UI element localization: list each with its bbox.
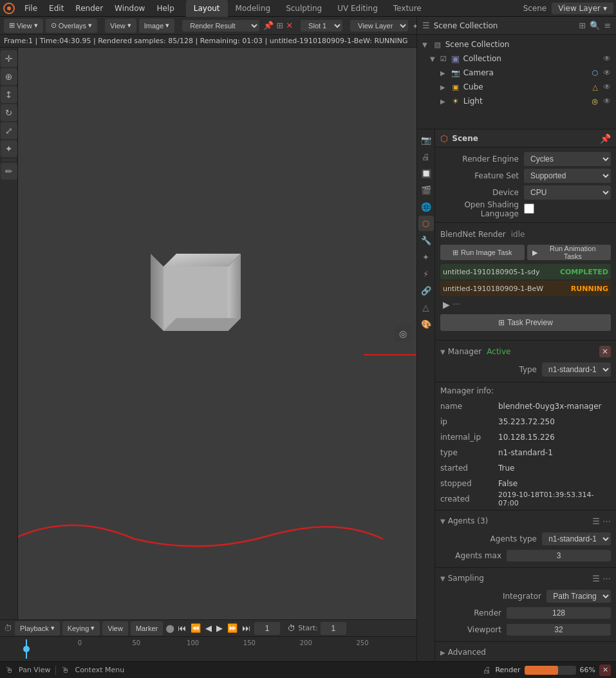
viewport-image-btn[interactable]: Image ▾ — [139, 19, 175, 33]
play-forward-btn[interactable]: ▶ — [215, 622, 224, 634]
menu-file[interactable]: File — [19, 3, 42, 14]
render-samples-label: Render — [440, 608, 507, 617]
viewport-view2-btn[interactable]: View ▾ — [105, 19, 136, 33]
light-eye-icon[interactable]: 👁 — [603, 97, 611, 106]
pin-icon[interactable]: 📌 — [600, 133, 611, 144]
render-engine-select[interactable]: Cycles — [524, 152, 611, 166]
prop-icon-scene[interactable]: 🎬 — [418, 182, 434, 198]
prop-icon-output[interactable]: 🖨 — [418, 149, 434, 164]
outliner-scene-collection[interactable]: ▧ Scene Collection — [417, 37, 616, 52]
step-back-btn[interactable]: ⏪ — [189, 622, 202, 634]
left-tool-annotate[interactable]: ✏ — [1, 163, 17, 180]
outliner-search-icon[interactable]: 🔍 — [590, 21, 600, 30]
advanced-header[interactable]: Advanced — [440, 645, 611, 660]
render-samples-input[interactable]: 128 — [507, 607, 611, 619]
view-layer-dropdown[interactable]: View Layer ▾ — [552, 3, 613, 14]
keying-dropdown-btn[interactable]: Keying ▾ — [62, 621, 100, 636]
render-result-select[interactable]: Render Result — [182, 20, 259, 32]
slot-select[interactable]: Slot 1 — [301, 20, 342, 32]
viewport-canvas[interactable]: ✛ ⊕ ↕ ↻ ⤢ ✦ ✏ ◎ — [0, 48, 416, 619]
workspace-tab-modeling[interactable]: Modeling — [228, 0, 279, 17]
manager-type-select[interactable]: n1-standard-1 — [542, 363, 611, 377]
prop-icon-object[interactable]: ⬡ — [418, 216, 434, 231]
timeline-view-label: View — [107, 625, 123, 632]
left-tool-transform[interactable]: ✦ — [1, 140, 17, 157]
step-forward-btn[interactable]: ⏩ — [226, 622, 239, 634]
prop-icon-view-layer[interactable]: 🔲 — [418, 165, 434, 181]
outliner-camera[interactable]: 📷 Camera ⬡ 👁 — [417, 66, 616, 80]
playback-dropdown-btn[interactable]: Playback ▾ — [15, 621, 60, 636]
outliner-header: ☰ Scene Collection ⊞ 🔍 ≡ — [417, 17, 616, 35]
manager-close-btn[interactable]: ✕ — [599, 346, 611, 357]
mgr-ip-val: 35.223.72.250 — [498, 417, 555, 426]
task-item-running[interactable]: untitled-1910180909-1-BeW RUNNING — [440, 281, 611, 296]
nav-prev-icon[interactable]: ⬅ — [413, 21, 416, 31]
skip-end-btn[interactable]: ⏭ — [241, 622, 252, 634]
viewport-side-icons: ◎ — [395, 325, 411, 342]
camera-eye-icon[interactable]: 👁 — [603, 68, 611, 77]
prop-icon-particles[interactable]: ✦ — [418, 249, 434, 265]
skip-start-btn[interactable]: ⏮ — [176, 622, 187, 634]
prop-icon-physics[interactable]: ⚡ — [418, 266, 434, 281]
viewport-samples-input[interactable]: 32 — [507, 624, 611, 636]
workspace-tab-sculpting[interactable]: Sculpting — [278, 0, 330, 17]
task-item-completed[interactable]: untitled-1910180905-1-sdy COMPLETED — [440, 264, 611, 279]
integrator-select[interactable]: Path Tracing — [546, 590, 611, 603]
device-value[interactable]: CPU — [524, 185, 611, 200]
outliner-options-icon[interactable]: ≡ — [604, 21, 611, 30]
view-layer-select[interactable]: View Layer — [350, 20, 408, 32]
left-tool-select[interactable]: ✛ — [1, 50, 17, 67]
workspace-tab-uv-editing[interactable]: UV Editing — [330, 0, 386, 17]
menu-help[interactable]: Help — [151, 3, 179, 14]
left-tool-move[interactable]: ↕ — [1, 86, 17, 103]
prop-icon-modifier[interactable]: 🔧 — [418, 232, 434, 248]
osl-checkbox[interactable] — [524, 203, 534, 214]
play-back-btn[interactable]: ◀ — [204, 622, 213, 634]
viewport-overlays-btn[interactable]: ⊙ Overlays ▾ — [46, 19, 97, 33]
mgr-type-key: type — [440, 448, 498, 457]
agents-type-select[interactable]: n1-standard-1 — [542, 532, 611, 545]
outliner-light[interactable]: ☀ Light ◎ 👁 — [417, 94, 616, 108]
collection-eye-icon[interactable]: 👁 — [603, 54, 611, 63]
camera-obj-icon: 📷 — [451, 68, 461, 78]
collection-checkbox[interactable]: ☑ — [440, 55, 447, 63]
feature-set-value[interactable]: Supported — [524, 169, 611, 183]
menu-edit[interactable]: Edit — [44, 3, 69, 14]
task-progress-dots: ··· — [453, 300, 460, 309]
viewport-view-btn[interactable]: ⊞ View ▾ — [4, 19, 43, 33]
render-close-icon[interactable]: ✕ — [286, 21, 293, 30]
left-tool-cursor[interactable]: ⊕ — [1, 68, 17, 85]
marker-btn[interactable]: Marker — [131, 621, 163, 636]
workspace-tab-layout[interactable]: Layout — [186, 0, 228, 17]
cancel-render-btn[interactable]: ✕ — [599, 664, 611, 676]
current-frame-input[interactable] — [254, 622, 280, 635]
task-play-btn[interactable]: ▶ — [443, 299, 450, 310]
prop-icon-constraints[interactable]: 🔗 — [418, 283, 434, 298]
prop-icon-object-data[interactable]: △ — [418, 299, 434, 315]
keying-label: Keying — [68, 625, 89, 632]
start-frame-input[interactable] — [321, 622, 346, 635]
viewport-axis-widget[interactable]: ◎ — [395, 325, 411, 342]
outliner-collection[interactable]: ☑ ▣ Collection 👁 — [417, 52, 616, 66]
run-animation-tasks-btn[interactable]: ▶ Run Animation Tasks — [527, 245, 611, 260]
outliner-filter-icon[interactable]: ⊞ — [579, 21, 586, 30]
prop-icon-render[interactable]: 📷 — [418, 132, 434, 147]
timeline-view-btn[interactable]: View — [102, 621, 128, 636]
feature-set-select[interactable]: Supported — [524, 169, 611, 183]
cube-eye-icon[interactable]: 👁 — [603, 82, 611, 91]
outliner-cube[interactable]: ▣ Cube △ 👁 — [417, 80, 616, 94]
render-engine-value[interactable]: Cycles — [524, 152, 611, 166]
agents-max-input[interactable] — [507, 550, 611, 561]
agents-header[interactable]: Agents (3) ☰ ⋯ — [440, 513, 611, 529]
workspace-tab-texture[interactable]: Texture — [386, 0, 429, 17]
prop-icon-world[interactable]: 🌐 — [418, 199, 434, 214]
menu-window[interactable]: Window — [109, 3, 150, 14]
device-select[interactable]: CPU — [524, 185, 611, 200]
left-tool-rotate[interactable]: ↻ — [1, 104, 17, 121]
run-image-task-btn[interactable]: ⊞ Run Image Task — [440, 245, 525, 260]
prop-icon-material[interactable]: 🎨 — [418, 316, 434, 332]
left-tool-scale[interactable]: ⤢ — [1, 122, 17, 139]
task-preview-btn[interactable]: ⊞ Task Preview — [440, 314, 611, 331]
menu-render[interactable]: Render — [70, 3, 108, 14]
timeline-content[interactable]: 0 50 100 150 200 250 — [0, 637, 416, 661]
